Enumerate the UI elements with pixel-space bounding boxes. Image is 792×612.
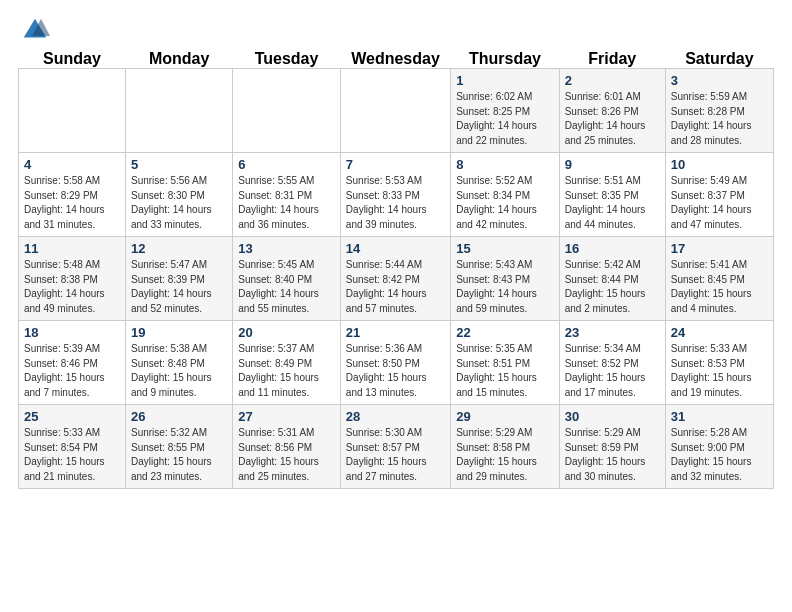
day-number: 3: [671, 73, 768, 88]
day-info: Sunrise: 5:39 AM Sunset: 8:46 PM Dayligh…: [24, 342, 120, 400]
calendar-cell: 5Sunrise: 5:56 AM Sunset: 8:30 PM Daylig…: [125, 153, 232, 237]
day-number: 19: [131, 325, 227, 340]
calendar-table: SundayMondayTuesdayWednesdayThursdayFrid…: [18, 50, 774, 489]
day-number: 17: [671, 241, 768, 256]
day-info: Sunrise: 5:55 AM Sunset: 8:31 PM Dayligh…: [238, 174, 335, 232]
header-thursday: Thursday: [451, 50, 560, 69]
calendar-cell: 14Sunrise: 5:44 AM Sunset: 8:42 PM Dayli…: [340, 237, 450, 321]
calendar-cell: 18Sunrise: 5:39 AM Sunset: 8:46 PM Dayli…: [19, 321, 126, 405]
day-number: 7: [346, 157, 445, 172]
calendar-cell: 27Sunrise: 5:31 AM Sunset: 8:56 PM Dayli…: [233, 405, 341, 489]
day-number: 21: [346, 325, 445, 340]
header-monday: Monday: [125, 50, 232, 69]
calendar-cell: 8Sunrise: 5:52 AM Sunset: 8:34 PM Daylig…: [451, 153, 560, 237]
calendar-cell: 20Sunrise: 5:37 AM Sunset: 8:49 PM Dayli…: [233, 321, 341, 405]
day-number: 11: [24, 241, 120, 256]
day-number: 28: [346, 409, 445, 424]
calendar-cell: 28Sunrise: 5:30 AM Sunset: 8:57 PM Dayli…: [340, 405, 450, 489]
calendar-cell: 29Sunrise: 5:29 AM Sunset: 8:58 PM Dayli…: [451, 405, 560, 489]
day-number: 30: [565, 409, 660, 424]
day-info: Sunrise: 5:59 AM Sunset: 8:28 PM Dayligh…: [671, 90, 768, 148]
day-number: 12: [131, 241, 227, 256]
day-info: Sunrise: 5:52 AM Sunset: 8:34 PM Dayligh…: [456, 174, 554, 232]
day-number: 25: [24, 409, 120, 424]
day-number: 6: [238, 157, 335, 172]
day-number: 4: [24, 157, 120, 172]
calendar-cell: 24Sunrise: 5:33 AM Sunset: 8:53 PM Dayli…: [665, 321, 773, 405]
day-number: 16: [565, 241, 660, 256]
calendar-cell: 13Sunrise: 5:45 AM Sunset: 8:40 PM Dayli…: [233, 237, 341, 321]
day-info: Sunrise: 5:41 AM Sunset: 8:45 PM Dayligh…: [671, 258, 768, 316]
logo: [20, 15, 54, 45]
calendar-cell: [125, 69, 232, 153]
day-info: Sunrise: 6:01 AM Sunset: 8:26 PM Dayligh…: [565, 90, 660, 148]
calendar-body: 1Sunrise: 6:02 AM Sunset: 8:25 PM Daylig…: [19, 69, 774, 489]
page-header: [0, 0, 792, 50]
day-number: 24: [671, 325, 768, 340]
day-info: Sunrise: 5:51 AM Sunset: 8:35 PM Dayligh…: [565, 174, 660, 232]
day-number: 13: [238, 241, 335, 256]
header-wednesday: Wednesday: [340, 50, 450, 69]
day-info: Sunrise: 5:32 AM Sunset: 8:55 PM Dayligh…: [131, 426, 227, 484]
calendar-cell: 15Sunrise: 5:43 AM Sunset: 8:43 PM Dayli…: [451, 237, 560, 321]
day-info: Sunrise: 5:33 AM Sunset: 8:54 PM Dayligh…: [24, 426, 120, 484]
header-sunday: Sunday: [19, 50, 126, 69]
day-number: 27: [238, 409, 335, 424]
day-info: Sunrise: 5:33 AM Sunset: 8:53 PM Dayligh…: [671, 342, 768, 400]
calendar-week-row: 25Sunrise: 5:33 AM Sunset: 8:54 PM Dayli…: [19, 405, 774, 489]
day-info: Sunrise: 5:43 AM Sunset: 8:43 PM Dayligh…: [456, 258, 554, 316]
day-info: Sunrise: 5:34 AM Sunset: 8:52 PM Dayligh…: [565, 342, 660, 400]
day-info: Sunrise: 5:48 AM Sunset: 8:38 PM Dayligh…: [24, 258, 120, 316]
header-row: SundayMondayTuesdayWednesdayThursdayFrid…: [19, 50, 774, 69]
header-friday: Friday: [559, 50, 665, 69]
day-info: Sunrise: 5:58 AM Sunset: 8:29 PM Dayligh…: [24, 174, 120, 232]
calendar-cell: 22Sunrise: 5:35 AM Sunset: 8:51 PM Dayli…: [451, 321, 560, 405]
calendar-cell: 7Sunrise: 5:53 AM Sunset: 8:33 PM Daylig…: [340, 153, 450, 237]
calendar-cell: 16Sunrise: 5:42 AM Sunset: 8:44 PM Dayli…: [559, 237, 665, 321]
calendar-cell: [233, 69, 341, 153]
calendar-cell: 3Sunrise: 5:59 AM Sunset: 8:28 PM Daylig…: [665, 69, 773, 153]
calendar-week-row: 4Sunrise: 5:58 AM Sunset: 8:29 PM Daylig…: [19, 153, 774, 237]
day-info: Sunrise: 5:42 AM Sunset: 8:44 PM Dayligh…: [565, 258, 660, 316]
day-number: 20: [238, 325, 335, 340]
calendar-cell: 17Sunrise: 5:41 AM Sunset: 8:45 PM Dayli…: [665, 237, 773, 321]
day-info: Sunrise: 5:38 AM Sunset: 8:48 PM Dayligh…: [131, 342, 227, 400]
day-number: 18: [24, 325, 120, 340]
day-info: Sunrise: 5:53 AM Sunset: 8:33 PM Dayligh…: [346, 174, 445, 232]
calendar-cell: 4Sunrise: 5:58 AM Sunset: 8:29 PM Daylig…: [19, 153, 126, 237]
calendar-cell: 21Sunrise: 5:36 AM Sunset: 8:50 PM Dayli…: [340, 321, 450, 405]
day-number: 9: [565, 157, 660, 172]
calendar-cell: [340, 69, 450, 153]
day-number: 2: [565, 73, 660, 88]
calendar-cell: 12Sunrise: 5:47 AM Sunset: 8:39 PM Dayli…: [125, 237, 232, 321]
calendar-cell: 6Sunrise: 5:55 AM Sunset: 8:31 PM Daylig…: [233, 153, 341, 237]
header-saturday: Saturday: [665, 50, 773, 69]
day-info: Sunrise: 5:30 AM Sunset: 8:57 PM Dayligh…: [346, 426, 445, 484]
day-info: Sunrise: 5:29 AM Sunset: 8:59 PM Dayligh…: [565, 426, 660, 484]
calendar-cell: 23Sunrise: 5:34 AM Sunset: 8:52 PM Dayli…: [559, 321, 665, 405]
calendar-header: SundayMondayTuesdayWednesdayThursdayFrid…: [19, 50, 774, 69]
day-number: 5: [131, 157, 227, 172]
day-number: 22: [456, 325, 554, 340]
calendar-cell: 2Sunrise: 6:01 AM Sunset: 8:26 PM Daylig…: [559, 69, 665, 153]
day-info: Sunrise: 5:37 AM Sunset: 8:49 PM Dayligh…: [238, 342, 335, 400]
day-number: 26: [131, 409, 227, 424]
calendar-cell: 19Sunrise: 5:38 AM Sunset: 8:48 PM Dayli…: [125, 321, 232, 405]
calendar-cell: 9Sunrise: 5:51 AM Sunset: 8:35 PM Daylig…: [559, 153, 665, 237]
day-number: 31: [671, 409, 768, 424]
day-info: Sunrise: 5:49 AM Sunset: 8:37 PM Dayligh…: [671, 174, 768, 232]
calendar-cell: 26Sunrise: 5:32 AM Sunset: 8:55 PM Dayli…: [125, 405, 232, 489]
day-info: Sunrise: 5:31 AM Sunset: 8:56 PM Dayligh…: [238, 426, 335, 484]
day-info: Sunrise: 5:47 AM Sunset: 8:39 PM Dayligh…: [131, 258, 227, 316]
day-info: Sunrise: 5:28 AM Sunset: 9:00 PM Dayligh…: [671, 426, 768, 484]
header-tuesday: Tuesday: [233, 50, 341, 69]
day-number: 23: [565, 325, 660, 340]
day-number: 29: [456, 409, 554, 424]
logo-icon: [20, 15, 50, 45]
calendar-cell: 30Sunrise: 5:29 AM Sunset: 8:59 PM Dayli…: [559, 405, 665, 489]
day-info: Sunrise: 5:45 AM Sunset: 8:40 PM Dayligh…: [238, 258, 335, 316]
day-number: 8: [456, 157, 554, 172]
day-number: 1: [456, 73, 554, 88]
day-info: Sunrise: 5:44 AM Sunset: 8:42 PM Dayligh…: [346, 258, 445, 316]
calendar-cell: 10Sunrise: 5:49 AM Sunset: 8:37 PM Dayli…: [665, 153, 773, 237]
